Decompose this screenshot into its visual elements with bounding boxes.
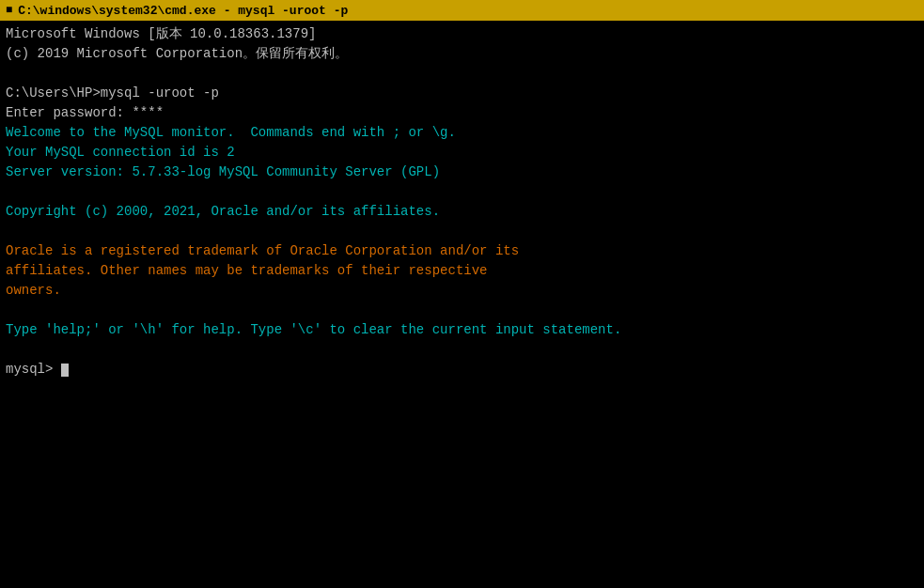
- terminal-line: Copyright (c) 2000, 2021, Oracle and/or …: [6, 202, 918, 222]
- empty-line: [6, 64, 918, 84]
- terminal-line: Server version: 5.7.33-log MySQL Communi…: [6, 162, 918, 182]
- title-bar: ■ C:\windows\system32\cmd.exe - mysql -u…: [0, 0, 924, 21]
- empty-line: [6, 222, 918, 241]
- terminal-line: Oracle is a registered trademark of Orac…: [6, 241, 918, 261]
- title-bar-label: C:\windows\system32\cmd.exe - mysql -uro…: [18, 4, 348, 18]
- cursor: [61, 364, 69, 377]
- prompt-line: mysql>: [6, 360, 918, 379]
- terminal-line: Microsoft Windows [版本 10.0.18363.1379]: [6, 24, 918, 44]
- terminal-line: (c) 2019 Microsoft Corporation。保留所有权利。: [6, 44, 918, 64]
- empty-line: [6, 182, 918, 202]
- terminal-line: Type 'help;' or '\h' for help. Type '\c'…: [6, 320, 918, 340]
- terminal-body[interactable]: Microsoft Windows [版本 10.0.18363.1379](c…: [0, 21, 924, 588]
- terminal-line: Welcome to the MySQL monitor. Commands e…: [6, 123, 918, 143]
- terminal-line: Your MySQL connection id is 2: [6, 143, 918, 162]
- empty-line: [6, 301, 918, 320]
- terminal-line: C:\Users\HP>mysql -uroot -p: [6, 84, 918, 103]
- title-bar-icon: ■: [6, 4, 12, 17]
- empty-line: [6, 340, 918, 360]
- terminal-line: owners.: [6, 281, 918, 301]
- terminal-line: Enter password: ****: [6, 103, 918, 123]
- terminal-line: affiliates. Other names may be trademark…: [6, 261, 918, 281]
